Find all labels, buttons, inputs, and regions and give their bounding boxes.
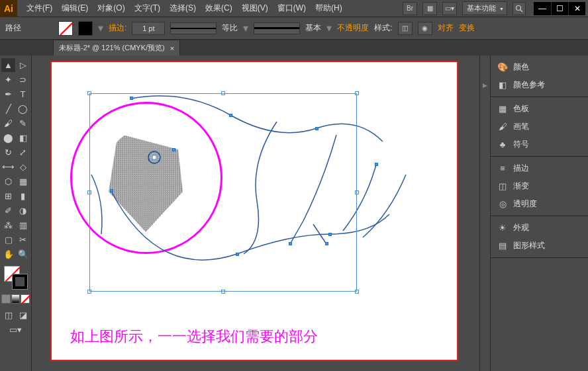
stroke-color[interactable] [12,274,28,290]
paintbrush-tool[interactable]: 🖌 [1,116,15,130]
anchor-point[interactable] [328,233,332,236]
search-button[interactable] [513,2,526,15]
panel-gradient[interactable]: ◫渐变 [491,177,588,195]
gradient-tool[interactable]: ▮ [16,189,30,203]
draw-normal[interactable]: ◫ [1,308,15,322]
menu-effect[interactable]: 效果(C) [201,0,236,17]
svg-rect-3 [152,155,156,159]
selection-tool[interactable]: ▲ [1,58,15,72]
color-picker[interactable] [1,265,30,291]
blend-tool[interactable]: ◑ [16,204,30,218]
workspace-switcher[interactable]: 基本功能 [462,1,507,15]
rotate-tool[interactable]: ↻ [1,145,15,159]
bridge-button[interactable]: Br [403,2,417,15]
layout-button[interactable]: ▭▾ [442,2,457,15]
artboard-tool[interactable]: ▢ [1,233,15,247]
anchor-point[interactable] [130,97,133,100]
type-tool[interactable]: T [16,87,30,101]
panel-swatches[interactable]: ▦色板 [491,100,588,118]
panel-transparency[interactable]: ◎透明度 [491,195,588,213]
stroke-weight-input[interactable] [132,22,165,35]
ellipse-tool[interactable]: ◯ [16,102,30,116]
brush-icon: 🖌 [497,122,508,132]
tab-close-button[interactable]: × [170,44,174,52]
anchor-point[interactable] [172,148,175,151]
pen-tool[interactable]: ✒ [1,87,15,101]
slice-tool[interactable]: ✂ [16,233,30,247]
artboard[interactable]: 如上图所示，一一选择我们需要的部分 [50,61,458,361]
path-artwork[interactable] [52,62,460,362]
transform-label[interactable]: 变换 [459,22,475,34]
opacity-label[interactable]: 不透明度 [337,22,369,34]
draw-behind[interactable]: ◪ [16,308,30,322]
handle-n[interactable] [221,91,225,95]
handle-w[interactable] [87,190,91,194]
menu-help[interactable]: 帮助(H) [311,0,346,17]
handle-ne[interactable] [355,91,359,95]
zoom-tool[interactable]: 🔍 [16,247,30,261]
eyedropper-tool[interactable]: ✐ [1,204,15,218]
mesh-tool[interactable]: ⊞ [1,189,15,203]
anchor-point[interactable] [110,189,113,192]
hand-tool[interactable]: ✋ [1,247,15,261]
canvas-area[interactable]: 如上图所示，一一选择我们需要的部分 [32,56,479,371]
menu-window[interactable]: 窗口(W) [273,0,310,17]
line-tool[interactable]: ╱ [1,102,15,116]
minimize-button[interactable]: — [534,2,551,15]
lasso-tool[interactable]: ⊃ [16,73,30,87]
style-swatch[interactable]: ◫ [398,22,413,35]
document-tab[interactable]: 未标题-2* @ 121% (CMYK/预览) × [53,40,180,56]
align-label[interactable]: 对齐 [438,22,454,34]
menu-type[interactable]: 文字(T) [130,0,164,17]
stroke-label[interactable]: 描边: [109,22,126,34]
panel-brushes[interactable]: 🖌画笔 [491,118,588,136]
maximize-button[interactable]: ☐ [551,2,568,15]
handle-se[interactable] [355,290,359,294]
recolor-button[interactable]: ◉ [418,22,432,35]
anchor-point[interactable] [289,242,292,245]
menu-edit[interactable]: 编辑(E) [58,0,92,17]
free-transform-tool[interactable]: ◇ [16,160,30,174]
anchor-point[interactable] [229,114,232,117]
brush-profile[interactable] [254,22,300,34]
width-profile[interactable] [170,22,217,34]
handle-s[interactable] [221,290,225,294]
direct-selection-tool[interactable]: ▷ [16,58,30,72]
magic-wand-tool[interactable]: ✦ [1,73,15,87]
panel-graphic-styles[interactable]: ▤图形样式 [491,237,588,255]
eraser-tool[interactable]: ◧ [16,131,30,145]
screen-mode[interactable]: ▭▾ [1,323,30,337]
menu-select[interactable]: 选择(S) [166,0,200,17]
close-button[interactable]: ✕ [568,2,585,15]
menu-view[interactable]: 视图(V) [238,0,272,17]
panel-appearance[interactable]: ☀外观 [491,219,588,237]
collapse-arrow-icon[interactable]: ▶ [483,82,487,89]
color-mode-none[interactable] [21,294,30,304]
anchor-point[interactable] [315,127,318,130]
anchor-point[interactable] [375,163,378,166]
pencil-tool[interactable]: ✎ [16,116,30,130]
width-tool[interactable]: ⟷ [1,160,15,174]
column-graph-tool[interactable]: ▥ [16,218,30,232]
panel-stroke[interactable]: ≡描边 [491,159,588,177]
panel-symbols[interactable]: ♣符号 [491,136,588,153]
anchor-point[interactable] [236,253,239,256]
scale-tool[interactable]: ⤢ [16,145,30,159]
handle-e[interactable] [355,190,359,194]
arrange-button[interactable]: ▦ [422,2,437,15]
symbol-sprayer-tool[interactable]: ⁂ [1,218,15,232]
handle-sw[interactable] [87,290,91,294]
blob-brush-tool[interactable]: ⬤ [1,131,15,145]
panel-color[interactable]: 🎨颜色 [491,58,588,76]
menu-object[interactable]: 对象(O) [93,0,128,17]
shape-builder-tool[interactable]: ⬡ [1,175,15,188]
menu-file[interactable]: 文件(F) [23,0,56,17]
color-mode-gradient[interactable] [11,294,21,304]
handle-nw[interactable] [87,91,91,95]
perspective-grid-tool[interactable]: ▦ [16,175,30,188]
anchor-point[interactable] [325,242,328,245]
color-mode-solid[interactable] [1,294,11,304]
panel-color-guide[interactable]: ◧颜色参考 [491,76,588,94]
fill-swatch[interactable] [58,21,73,36]
stroke-swatch[interactable] [78,21,93,36]
